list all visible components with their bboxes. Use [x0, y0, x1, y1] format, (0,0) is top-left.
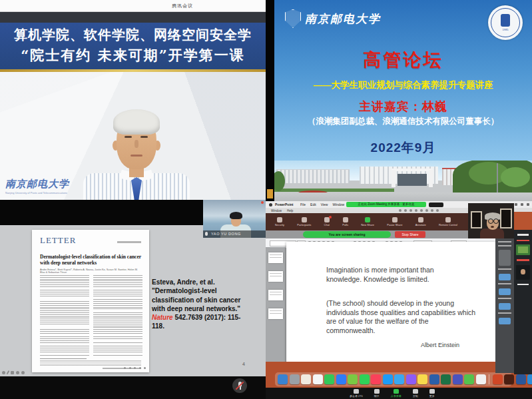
share-screen-button[interactable]: 共享屏幕	[391, 388, 401, 398]
page-dots[interactable]	[124, 367, 146, 369]
toolbar-label: Annotate	[415, 223, 426, 226]
footnote-text-block	[40, 360, 141, 366]
dock-notes-icon[interactable]	[301, 374, 311, 384]
njupt-logo-en: Nanjing University of Posts and Telecomm…	[5, 191, 92, 195]
hedge	[274, 189, 394, 192]
campus-building-left	[276, 169, 350, 183]
annotation-toolbar[interactable]	[2, 370, 25, 374]
dock-teams-icon[interactable]	[453, 374, 463, 384]
menu-view[interactable]: View	[321, 202, 328, 206]
dock-mail-icon[interactable]	[336, 374, 346, 384]
slide-thumbnail[interactable]	[268, 271, 283, 282]
record-button[interactable]: 录制	[413, 388, 418, 398]
slide-speaker-title: （浪潮集团副总裁、浪潮通信技术有限公司董事长）	[274, 116, 532, 127]
quote-attribution: Albert Einstein	[421, 342, 459, 348]
file-card[interactable]	[499, 250, 511, 266]
record-icon	[413, 389, 418, 394]
picture-frame	[471, 211, 482, 228]
dock-music-icon[interactable]	[371, 374, 381, 384]
quote-1: Imagination is more important than knowl…	[326, 266, 469, 284]
einstein-quote-slide[interactable]: Imagination is more important than knowl…	[286, 242, 496, 364]
dock-excel-icon[interactable]	[441, 374, 451, 384]
zoom-sharing-badge[interactable]: 正在向 Zoom Meeting 共享屏幕 · 更多信息	[346, 202, 426, 207]
dock-browser-globe-icon[interactable]	[429, 374, 439, 384]
participant-name: YAO YU DONG	[211, 232, 241, 236]
participant-strip[interactable]	[514, 230, 532, 374]
menubar-app-name[interactable]: PowerPoint	[275, 202, 294, 206]
dock-safari-icon[interactable]	[394, 374, 404, 384]
stop-share-button[interactable]: Stop Share	[395, 231, 425, 238]
dock-app-store-icon[interactable]	[383, 374, 393, 384]
picture-frame	[500, 208, 512, 228]
participant-name-label: YAO YU DONG	[203, 230, 266, 238]
participant-thumb[interactable]	[516, 265, 530, 280]
dock-podcasts-icon[interactable]	[406, 374, 416, 384]
gate-opening	[398, 174, 427, 186]
toolbar-security-button[interactable]: Security	[275, 217, 284, 226]
edge-artifact	[267, 189, 273, 199]
chat-button[interactable]: 聊天	[374, 388, 380, 398]
action-button[interactable]	[499, 303, 511, 310]
control-label: 参会者 270	[350, 394, 363, 398]
slide-thumbnail[interactable]	[268, 290, 283, 300]
academician-video-feed: 南京邮电大学 Nanjing University of Posts and T…	[0, 72, 266, 200]
side-panel-chat[interactable]	[495, 238, 514, 373]
toolbar-polls-button[interactable]: Polls	[342, 217, 348, 226]
slide-thumbnail[interactable]	[268, 252, 283, 263]
dock-illustrator-icon[interactable]	[504, 374, 514, 384]
action-button[interactable]	[499, 318, 511, 324]
dock-finder-icon[interactable]	[278, 374, 288, 384]
quick-access-icons[interactable]	[399, 209, 439, 212]
host-video-thumbnail[interactable]	[468, 203, 514, 238]
action-button[interactable]	[499, 288, 511, 295]
slide-thumbnail[interactable]	[268, 308, 283, 319]
toolbar-annotate-button[interactable]: Annotate	[415, 217, 426, 226]
zoom-screenshare-desktop: PowerPoint File Edit View Window Help 正在…	[266, 201, 532, 399]
njupt-logo-cn: 南京邮电大学	[5, 178, 92, 191]
annotate-icon	[418, 217, 423, 222]
submenu-window[interactable]: Window	[271, 209, 282, 212]
glasses-icon	[493, 218, 499, 224]
dock-word-icon[interactable]	[516, 374, 526, 384]
menu-file[interactable]: File	[300, 202, 306, 206]
menu-edit[interactable]: Edit	[310, 202, 316, 206]
participants-button[interactable]: 参会者 270	[350, 388, 363, 398]
toolbar-new-share-button[interactable]: New Share	[361, 217, 374, 226]
dock-chrome-icon[interactable]	[476, 374, 486, 384]
lecture-banner: 算机学院、软件学院、网络空间安全学 “院士有约 未来可期”开学第一课	[0, 23, 266, 69]
toolbar-chat-button[interactable]: Chat	[324, 217, 330, 226]
dock-wechat-icon[interactable]	[464, 374, 474, 384]
toolbar-remote-control-button[interactable]: Remote Control	[439, 217, 457, 226]
shared-screen-thumb[interactable]	[516, 244, 530, 255]
paper-authors: Andre Esteva*, Brett Kuprel*, Roberto A.…	[40, 268, 141, 274]
polls-icon	[343, 217, 348, 222]
participant-video-thumbnail[interactable]: YAO YU DONG	[203, 200, 266, 238]
toolbar-label: Participants	[297, 223, 311, 226]
control-label: 更多	[429, 394, 435, 398]
dock	[275, 372, 512, 386]
college-seal-icon: 1985	[488, 5, 523, 40]
video-letterbox	[0, 12, 266, 23]
menu-window[interactable]: Window	[332, 202, 344, 206]
dock-messages-icon[interactable]	[324, 374, 334, 384]
action-button[interactable]	[499, 274, 511, 280]
dock-launchpad-icon[interactable]	[290, 374, 300, 384]
control-label: 聊天	[374, 394, 380, 398]
toolbar-participants-button[interactable]: Participants	[297, 217, 311, 226]
toolbar-pause-share-button[interactable]: Pause Share	[387, 217, 402, 226]
more-button[interactable]: 更多	[429, 388, 435, 398]
remote-control-icon	[445, 217, 451, 222]
dock-powerpoint-icon[interactable]	[493, 374, 503, 384]
time-label	[517, 284, 529, 286]
quote-2: (The school) should develop in the young…	[326, 299, 478, 336]
submenu-help[interactable]: Help	[287, 209, 293, 212]
laser-tool-icon	[2, 371, 5, 374]
dock-keynote-icon[interactable]	[527, 374, 532, 384]
apple-icon[interactable]	[269, 203, 272, 206]
dock-calendar-icon[interactable]	[313, 374, 323, 384]
more-icon	[429, 389, 435, 394]
dock-photos-icon[interactable]	[417, 374, 427, 384]
dock-facetime-icon[interactable]	[360, 374, 370, 384]
mute-microphone-button[interactable]	[232, 378, 247, 393]
dock-maps-icon[interactable]	[348, 374, 358, 384]
